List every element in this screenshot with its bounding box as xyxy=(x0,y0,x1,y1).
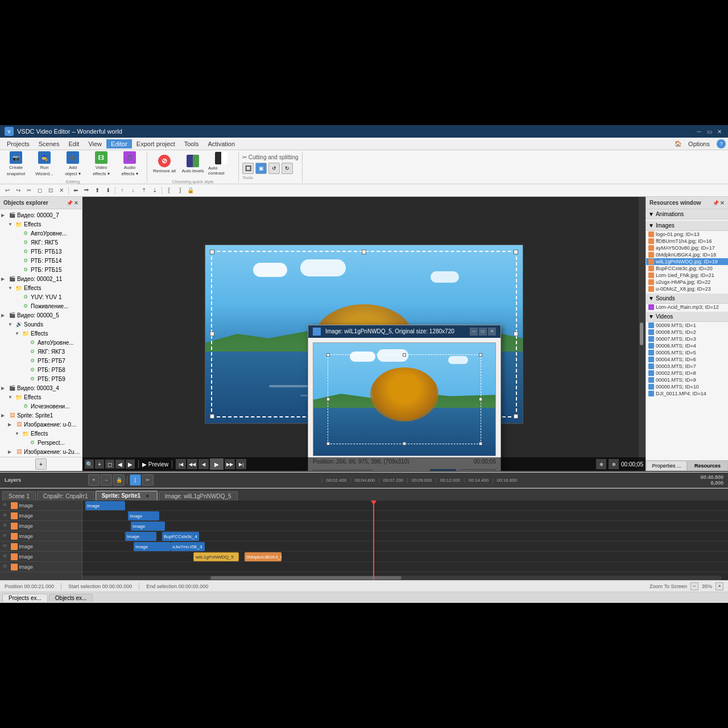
menu-editor[interactable]: Editor xyxy=(106,139,132,148)
tree-image-odmcz[interactable]: ▶ 🖼 Изображение: u-0DMcZ... xyxy=(8,420,81,429)
nav-last-button[interactable]: ▶| xyxy=(236,459,246,469)
ungroup-btn[interactable]: ⟧ xyxy=(175,185,185,196)
clip-4[interactable]: Image xyxy=(125,532,156,541)
timeline-cut-btn[interactable]: ✂ xyxy=(142,474,154,486)
add-item-button[interactable]: + xyxy=(35,458,47,470)
dialog-restore-button[interactable]: ▭ xyxy=(479,328,487,336)
nav-play-button[interactable]: ▶ xyxy=(210,458,224,470)
image-dialog[interactable]: Image: wilL1gPnNWDQ_5, Original size: 12… xyxy=(308,325,501,471)
tree-yak2[interactable]: ⚙ ЯКГ: ЯКГ3 xyxy=(22,347,81,356)
tree-image-u2ugx[interactable]: ▶ 🖼 Изображение: u-2ugx-... xyxy=(8,447,81,456)
layer-eye-2[interactable]: 👁 xyxy=(2,512,9,519)
resources-images-header[interactable]: ▼Images xyxy=(646,221,728,231)
copy-button[interactable]: ◻ xyxy=(35,185,45,196)
tree-video2[interactable]: ▶ 🎬 Видео: 00002_11 xyxy=(1,274,81,283)
layer-eye-7[interactable]: 👁 xyxy=(2,564,9,570)
resource-will[interactable]: wilL1gPnNWDQ.jpg; ID=19 xyxy=(646,258,728,265)
menu-scenes[interactable]: Scenes xyxy=(34,139,64,148)
resource-00006[interactable]: 00006.MTS; ID=4 xyxy=(646,342,728,349)
resources-tab-button[interactable]: Resources xyxy=(687,461,728,471)
cut-button[interactable]: ✂ xyxy=(24,185,34,196)
resource-0mdpkn[interactable]: 0MdpknUBGK4.jpg; ID=18 xyxy=(646,251,728,258)
nav-rewind-button[interactable]: ◀◀ xyxy=(187,459,197,469)
zoom-prev-button[interactable]: ◀ xyxy=(115,460,125,469)
timeline-cursor-btn[interactable]: | xyxy=(130,474,141,486)
resource-u0dmc[interactable]: u-0DMcZ_X8.jpg; ID=23 xyxy=(646,286,728,292)
tab-scene1[interactable]: Scene 1 xyxy=(2,491,36,500)
menu-projects[interactable]: Projects xyxy=(2,139,34,148)
tree-ischeznovenie[interactable]: ⚙ Исчезновени... xyxy=(15,402,81,411)
resource-lomaudio[interactable]: Lom-Acid_Rain.mp3; ID=12 xyxy=(646,304,728,311)
resources-animations-header[interactable]: ▼Animations xyxy=(646,209,728,220)
timeline-add-btn[interactable]: + xyxy=(88,474,100,486)
extra-nav-2[interactable]: ⊗ xyxy=(609,459,619,469)
panel-pin-button[interactable]: 📌 xyxy=(67,200,73,206)
dialog-close-btn[interactable]: ✕ xyxy=(488,328,496,336)
tree-effects-5[interactable]: ▼ 📁 Effects xyxy=(15,429,81,438)
menu-edit[interactable]: Edit xyxy=(64,139,84,148)
align-bottom-btn[interactable]: ⬇ xyxy=(103,185,113,196)
tool-btn-2[interactable]: ▣ xyxy=(255,163,267,174)
bottom-tab-projects[interactable]: Projects ex... xyxy=(2,594,48,602)
tree-rtb1[interactable]: ⚙ РТБ: РТБ13 xyxy=(15,247,81,256)
layer-row-4[interactable]: 👁 Image xyxy=(0,531,82,541)
tab-sprite1-ru[interactable]: Спрайт: Спрайт1 xyxy=(37,491,94,500)
resource-00008[interactable]: 00008.MTS; ID=2 xyxy=(646,329,728,336)
layer-row-7[interactable]: 👁 Image xyxy=(0,562,82,572)
align-right-btn[interactable]: ⮕ xyxy=(81,185,92,196)
tree-effects-1[interactable]: ▼ 📁 Effects xyxy=(8,220,81,229)
layer-row-6[interactable]: 👁 Image xyxy=(0,552,82,562)
resource-u2ugx[interactable]: u2ugx-HMPa.jpg; ID=22 xyxy=(646,279,728,286)
minimize-button[interactable]: ─ xyxy=(695,127,703,135)
help-button[interactable]: ? xyxy=(717,139,726,148)
auto-contrast-button[interactable]: Auto contrast xyxy=(208,150,235,178)
bottom-tab-objects[interactable]: Objects ex... xyxy=(49,594,93,602)
clip-will-selected[interactable]: wilL1gPnNWDQ_5 xyxy=(193,552,239,561)
send-back-btn[interactable]: ⇣ xyxy=(150,185,160,196)
tree-perspect1[interactable]: ⚙ Perspect... xyxy=(22,438,81,447)
tree-auto-level-1[interactable]: ⚙ АвтоУровне... xyxy=(15,229,81,238)
tree-auto-level-2[interactable]: ⚙ АвтоУровне... xyxy=(22,338,81,347)
delete-button[interactable]: ✕ xyxy=(56,185,67,196)
clip-0mdpkn[interactable]: 0MdpknUBGK4_6 xyxy=(245,552,282,561)
bring-front-btn[interactable]: ⇡ xyxy=(139,185,149,196)
extra-nav-1[interactable]: ⊕ xyxy=(596,459,606,469)
resources-close-button[interactable]: ✕ xyxy=(720,200,725,206)
resource-00007[interactable]: 00007.MTS; ID=3 xyxy=(646,336,728,342)
clip-bup[interactable]: BupFCCxIe3c_4 xyxy=(162,532,199,541)
tab-image-will[interactable]: Image: wilL1gPnNWDQ_5 xyxy=(159,491,238,500)
resource-00009[interactable]: 00009.MTS; ID=1 xyxy=(646,322,728,329)
nav-forward-button[interactable]: ▶▶ xyxy=(225,459,235,469)
tree-video3[interactable]: ▶ 🎬 Видео: 00000_5 xyxy=(1,311,81,320)
auto-levels-button[interactable]: Auto levels xyxy=(179,150,206,178)
layer-eye-4[interactable]: 👁 xyxy=(2,533,9,540)
zoom-in-preview-button[interactable]: + xyxy=(95,460,104,469)
resource-logo01[interactable]: logo-01.png; ID=13 xyxy=(646,231,728,238)
redo-button[interactable]: ↪ xyxy=(13,185,23,196)
tree-effects-4[interactable]: ▼ 📁 Effects xyxy=(8,392,81,402)
remove-all-button[interactable]: ⊘ Remove all xyxy=(151,150,178,178)
tree-yuv1[interactable]: ⚙ YUV: YUV 1 xyxy=(15,292,81,301)
resources-pin-button[interactable]: 📌 xyxy=(713,200,719,206)
tree-rtb2[interactable]: ⚙ РТБ: РТБ14 xyxy=(15,256,81,265)
zoom-out-preview-button[interactable]: 🔍 xyxy=(85,460,94,469)
layer-row-5[interactable]: 👁 Image xyxy=(0,541,82,552)
timeline-lock-btn[interactable]: 🔒 xyxy=(113,474,125,486)
layer-row-1[interactable]: 👁 Image xyxy=(0,500,82,511)
tree-effects-2[interactable]: ▼ 📁 Effects xyxy=(8,283,81,292)
tree-sounds[interactable]: ▼ 🔊 Sounds xyxy=(8,320,81,329)
move-down-btn[interactable]: ↓ xyxy=(128,185,138,196)
clip-3[interactable]: Image xyxy=(131,522,165,531)
clip-5[interactable]: Image xyxy=(134,542,171,551)
resource-00001[interactable]: 00001.MTS; ID=9 xyxy=(646,377,728,383)
preview-scrollbar[interactable] xyxy=(640,322,643,345)
resource-bup[interactable]: BupFCCxIe3c.jpg; ID=20 xyxy=(646,265,728,272)
add-object-button[interactable]: ➕ Add object ▾ xyxy=(59,150,86,178)
resources-sounds-header[interactable]: ▼Sounds xyxy=(646,293,728,304)
layer-eye-3[interactable]: 👁 xyxy=(2,523,9,530)
resource-ffdb[interactable]: ffDBUrmT1h4.jpg; ID=16 xyxy=(646,238,728,245)
tree-sprite[interactable]: ▶ 🖼 Sprite: Sprite1 xyxy=(1,411,81,420)
nav-first-button[interactable]: |◀ xyxy=(176,459,186,469)
clip-1[interactable]: Image xyxy=(85,501,125,510)
layer-eye-6[interactable]: 👁 xyxy=(2,553,9,560)
